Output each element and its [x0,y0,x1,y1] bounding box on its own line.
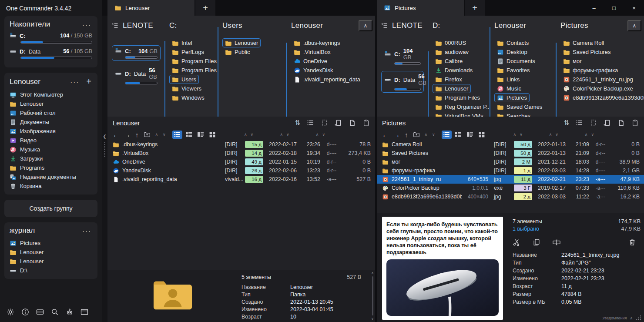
column-item[interactable]: audiowav [433,47,471,57]
view-list-button[interactable] [172,131,182,139]
column-item[interactable]: Calibre [433,57,465,66]
file-row[interactable]: .dbus-keyrings [DIR] 15 д 2022-02-17 23:… [107,140,375,149]
folder-up-icon[interactable] [144,131,151,138]
column-item[interactable]: .vivaldi_reporting_data [291,75,363,84]
sidebar-item[interactable]: Загрузки [10,154,92,163]
sidebar-item[interactable]: Видео [10,136,92,145]
column-item[interactable]: Links [494,75,522,84]
column-item[interactable]: .VirtualBox [291,47,333,57]
sort-date-chevrons[interactable]: ∧∨ [513,132,523,137]
tree-toggle-icon[interactable] [381,22,388,29]
minimize-button[interactable]: – [584,0,604,16]
pane-divider[interactable]: ❮ [102,16,107,322]
divider-grip[interactable] [104,142,105,158]
notifications-label[interactable]: Уведомления [602,316,627,320]
sidebar-item[interactable]: Lenouser [10,99,92,108]
sidebar-drive[interactable]: D:Data 56 / 105 GB [10,48,92,59]
sidebar-drive[interactable]: C: 104 / 150 GB [10,32,92,44]
column-item[interactable]: e8db9913f2a699e6a1393d0bef... [560,93,641,102]
column-item[interactable]: Lenouser [433,84,471,93]
collapse-panel-icon[interactable]: ∧ [155,132,158,137]
column-item[interactable]: Favorites [494,66,532,75]
duplicate-button[interactable] [617,119,625,127]
column-item[interactable]: Music [494,84,524,93]
journal-item[interactable]: Lenouser [10,257,92,266]
new-folder-tab-button[interactable] [335,119,342,127]
collapse-sidebar-icon[interactable]: ❮ [103,134,106,139]
view-list-button[interactable] [442,131,452,139]
sort-button[interactable]: ⇅ [295,119,300,127]
file-row[interactable]: форумы-графика [DIR] 1 д 2022-03-03 14:2… [377,166,644,175]
back-button[interactable]: ← [382,131,389,138]
column-item[interactable]: Firefox [433,75,465,84]
column-item[interactable]: Saved Games [494,102,545,111]
sidebar-item[interactable]: Недавние документы [10,172,92,181]
sidebar-item[interactable]: Programs [10,163,92,172]
file-row[interactable]: e8db9913f2a699e6a1393d0bef960 400×400 jp… [377,192,644,201]
column-item[interactable]: Users [169,75,199,84]
view-content-button[interactable] [465,131,475,139]
view-content-button[interactable] [196,131,206,139]
column-item[interactable]: OneDrive [291,57,330,66]
view-thumbnails-button[interactable] [477,131,487,139]
column-item[interactable]: Program Files [169,57,216,66]
file-row[interactable]: Camera Roll [DIR] 50 д 2022-01-13 21:09 … [377,140,644,149]
column-item[interactable]: Reg Organizer P... [433,102,488,111]
copy-button[interactable] [533,238,540,246]
tab-lenouser[interactable]: Lenouser [107,0,195,16]
new-tab-button[interactable]: + [465,0,485,16]
column-item[interactable]: Lenouser [222,38,261,47]
column-item[interactable]: 224561_1_trinixy_ru.jpg [560,75,636,84]
column-item[interactable]: .dbus-keyrings [291,38,343,47]
file-row[interactable]: OneDrive [DIR] 49 д 2022-01-15 10:19 d-r… [107,158,375,166]
new-file-button[interactable] [590,119,597,127]
list-view-button[interactable] [576,119,583,127]
list-view-button[interactable] [307,119,314,127]
image-preview[interactable]: Если ты когда-либо будешь чувствовать се… [382,217,503,320]
column-item[interactable]: VirtualBox VMs [433,111,486,117]
column-item[interactable]: Pictures [494,93,530,102]
details-scrollbar[interactable]: ∧∨ [370,270,375,322]
column-item[interactable]: мог [560,57,584,66]
cut-button[interactable] [513,238,520,246]
favorites-add-button[interactable]: + [85,77,92,87]
folder-up-icon[interactable] [413,131,420,138]
view-details-button[interactable] [453,131,463,139]
column-item[interactable]: Viewers [169,84,204,93]
view-details-button[interactable] [184,131,194,139]
column-item[interactable]: Camera Roll [560,38,607,47]
column-item[interactable]: Documents [494,57,538,66]
column-item[interactable]: Program Files [433,93,483,102]
file-row[interactable]: мог [DIR] 2 М 2021-12-21 18:03 d---- 38,… [377,158,644,166]
sidebar-item[interactable]: Этот Компьютер [10,90,92,99]
sort-attr-chevrons[interactable]: ∧∨ [549,132,558,137]
sidebar-item[interactable]: Музыка [10,145,92,154]
file-row[interactable]: .VirtualBox [DIR] 14 д 2022-02-18 19:34 … [107,149,375,158]
sidebar-item[interactable]: Рабочий стол [10,108,92,117]
tree-toggle-icon[interactable] [112,22,119,29]
sidebar-item[interactable]: Изображения [10,127,92,136]
expand-panel-icon[interactable]: ∨ [432,132,435,137]
column-drive[interactable]: D:Data 56 GB [112,65,161,87]
sort-date-chevrons[interactable]: ∧∨ [244,132,253,137]
create-group-button[interactable]: Создать группу [4,200,97,217]
sort-attr-chevrons[interactable]: ∧∨ [280,132,289,137]
file-row[interactable]: YandexDisk [DIR] 26 д 2022-02-06 13:23 d… [107,166,375,175]
drives-menu-button[interactable]: ··· [81,21,92,28]
sidebar-item[interactable]: Корзина [10,181,92,191]
collapse-panel-icon[interactable]: ∧ [425,132,428,137]
file-row[interactable]: 224561_1_trinixy_ru 640×535 jpg 11 д 202… [377,175,644,184]
automation-button[interactable] [64,307,75,318]
expand-panel-icon[interactable]: ∨ [163,132,166,137]
column-drive[interactable]: D:Data 56 GB [381,71,424,93]
back-button[interactable]: ← [113,131,119,138]
close-button[interactable]: × [624,0,644,16]
journal-menu-button[interactable]: ··· [81,227,92,235]
sidebar-item[interactable]: Документы [10,117,92,127]
column-item[interactable]: PerfLogs [169,47,207,57]
collapse-columns-button[interactable]: ∧ [359,20,372,31]
settings-button[interactable] [5,307,16,318]
column-item[interactable]: Downloads [433,66,475,75]
column-item[interactable]: форумы-графика [560,66,621,75]
collapse-columns-button[interactable]: ∧ [627,20,641,31]
